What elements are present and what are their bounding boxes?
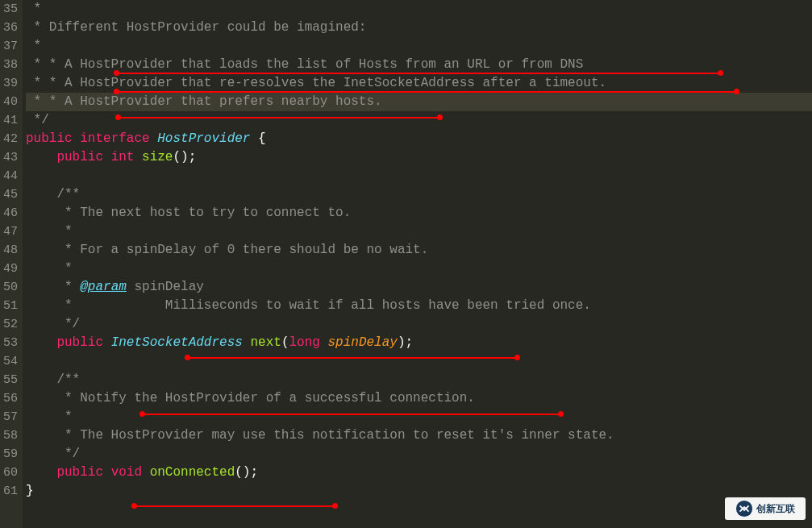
code-line[interactable]: } (26, 482, 812, 501)
line-number: 58 (0, 426, 18, 445)
token (73, 131, 81, 146)
code-line[interactable]: /** (26, 185, 812, 204)
token: long (289, 335, 319, 350)
token: (); (235, 465, 258, 480)
token: } (26, 484, 34, 498)
annotation-underline (116, 91, 737, 93)
code-line[interactable]: public int size(); (26, 148, 812, 167)
code-line[interactable]: * Milliseconds to wait if all hosts have… (26, 297, 812, 315)
token (26, 335, 56, 350)
token: * The next host to try to connect to. (26, 206, 351, 220)
token: public (56, 335, 103, 350)
line-number: 59 (0, 445, 18, 464)
token: * (26, 280, 80, 294)
token: int (111, 150, 135, 164)
line-number: 43 (0, 148, 18, 167)
code-editor[interactable]: 3536373839404142434445464748495051525354… (0, 0, 812, 528)
line-number: 57 (0, 408, 18, 426)
token (103, 150, 111, 164)
token: * (26, 224, 73, 239)
token: * Milliseconds to wait if all hosts have… (26, 298, 591, 313)
code-line[interactable]: * For a spinDelay of 0 there should be n… (26, 241, 812, 260)
code-line[interactable]: * (26, 222, 812, 241)
annotation-underline (118, 117, 440, 118)
code-line[interactable]: * The HostProvider may use this notifica… (26, 426, 812, 445)
token: /** (26, 187, 80, 202)
line-number: 54 (0, 352, 18, 371)
line-number: 39 (0, 74, 18, 93)
token: HostProvider (157, 131, 250, 146)
token (103, 335, 111, 350)
code-line[interactable]: public InetSocketAddress next(long spinD… (26, 334, 812, 352)
token: @param (80, 280, 127, 294)
annotation-underline (187, 357, 518, 359)
code-line[interactable]: */ (26, 111, 812, 130)
code-line[interactable]: * (26, 0, 812, 19)
token: { (250, 131, 265, 146)
code-line[interactable]: * The next host to try to connect to. (26, 204, 812, 222)
token: * (26, 2, 41, 16)
token (150, 131, 158, 146)
token: * (26, 261, 73, 276)
line-number: 46 (0, 204, 18, 222)
line-number: 45 (0, 185, 18, 204)
code-line[interactable]: */ (26, 315, 812, 334)
token: void (111, 465, 142, 480)
token: * * A HostProvider that re-resolves the … (26, 76, 606, 90)
token: */ (26, 447, 80, 461)
code-line[interactable]: * (26, 37, 812, 56)
svg-point-0 (736, 501, 752, 517)
code-line[interactable]: */ (26, 445, 812, 464)
token (320, 335, 328, 350)
code-line[interactable]: * (26, 408, 812, 426)
token: * The HostProvider may use this notifica… (26, 428, 614, 443)
code-line[interactable]: * Different HostProvider could be imagin… (26, 19, 812, 37)
line-number: 40 (0, 93, 18, 111)
token: next (250, 335, 281, 350)
token: * Different HostProvider could be imagin… (26, 20, 366, 35)
code-line[interactable] (26, 167, 812, 185)
token: * For a spinDelay of 0 there should be n… (26, 243, 428, 257)
line-number: 61 (0, 482, 18, 501)
line-number: 51 (0, 297, 18, 315)
line-number: 44 (0, 167, 18, 185)
annotation-underline (142, 414, 561, 415)
watermark-logo: 创新互联 (725, 497, 806, 520)
annotation-underline (134, 505, 335, 507)
line-gutter: 3536373839404142434445464748495051525354… (0, 0, 23, 528)
token: public (56, 465, 103, 480)
code-line[interactable]: * * A HostProvider that re-resolves the … (26, 74, 812, 93)
line-number: 41 (0, 111, 18, 130)
code-line[interactable]: public interface HostProvider { (26, 130, 812, 148)
code-line[interactable]: * @param spinDelay (26, 278, 812, 297)
line-number: 55 (0, 371, 18, 389)
annotation-underline (116, 73, 721, 74)
token (134, 150, 142, 164)
logo-icon (735, 500, 753, 518)
line-number: 50 (0, 278, 18, 297)
token: * * A HostProvider that loads the list o… (26, 57, 583, 72)
code-line[interactable]: * (26, 260, 812, 278)
token: */ (26, 317, 80, 331)
token: size (142, 150, 173, 164)
token: ); (398, 335, 413, 350)
token (142, 465, 150, 480)
code-area[interactable]: * * Different HostProvider could be imag… (23, 0, 812, 528)
code-line[interactable]: * * A HostProvider that prefers nearby h… (26, 93, 812, 111)
code-line[interactable] (26, 352, 812, 371)
line-number: 56 (0, 389, 18, 408)
token: * * A HostProvider that prefers nearby h… (26, 94, 382, 109)
token: spinDelay (328, 335, 398, 350)
line-number: 47 (0, 222, 18, 241)
token: interface (80, 131, 149, 146)
code-line[interactable]: public void onConnected(); (26, 464, 812, 482)
token: * Notify the HostProvider of a successfu… (26, 391, 475, 405)
token: */ (26, 113, 49, 127)
code-line[interactable]: * Notify the HostProvider of a successfu… (26, 389, 812, 408)
code-line[interactable]: * * A HostProvider that loads the list o… (26, 56, 812, 74)
token (26, 465, 56, 480)
code-line[interactable]: /** (26, 371, 812, 389)
token (26, 150, 56, 164)
token: * (26, 410, 73, 424)
line-number: 37 (0, 37, 18, 56)
